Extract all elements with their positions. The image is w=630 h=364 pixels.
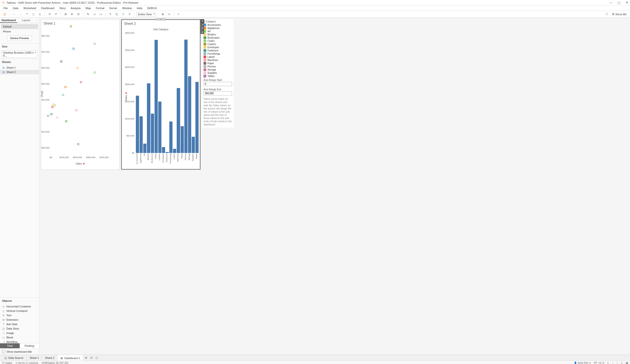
object-item[interactable]: ⊕Extension [0,318,39,322]
scatter-mark[interactable] [94,71,96,74]
menu-help[interactable]: Help [135,6,144,10]
legend-item[interactable]: Tables [202,74,234,78]
floating-button[interactable]: Floating [20,343,40,348]
object-item[interactable]: ⇢Workflow [0,340,39,343]
legend-item[interactable]: Machines [202,58,234,62]
bar-mark[interactable] [166,152,169,153]
scatter-mark[interactable] [94,43,96,45]
zone-menu-button[interactable]: ▾ [200,30,204,34]
legend-item[interactable]: Appliances [202,26,234,30]
bar-mark[interactable] [192,137,195,153]
legend-item[interactable]: Bookcases [202,36,234,39]
status-nav-next[interactable]: › [617,362,618,364]
object-item[interactable]: □Image [0,331,39,335]
new-data-button[interactable]: ⎘ [37,11,42,17]
highlight-button[interactable]: ✎ [108,11,113,17]
menu-story[interactable]: Story [57,6,68,10]
object-item[interactable]: ▯Vertical Container [0,309,39,313]
sheet-list-item-1[interactable]: ⊞Sheet 1 [0,65,39,70]
legend-item[interactable]: Copiers [202,42,234,46]
show-me-button[interactable]: ≣ Show Me [610,12,628,16]
goto-sheet-button[interactable]: ↗ [200,23,204,26]
bar-mark[interactable] [147,83,150,153]
data-guide-button[interactable]: ⬠ [604,11,610,17]
bar-mark[interactable] [169,121,172,153]
maximize-button[interactable]: ▢ [617,1,621,4]
scatter-mark[interactable] [64,86,67,88]
legend-item[interactable]: Paper [202,62,234,65]
scatter-mark[interactable] [52,106,54,108]
legend-item[interactable]: Binders [202,33,234,36]
legend-item[interactable]: Envelopes [202,46,234,49]
scatter-mark[interactable] [80,81,82,83]
close-window-button[interactable]: ✕ [625,1,628,4]
sort-desc-button[interactable]: ↑≡ [98,11,103,17]
device-preview-button[interactable]: Device Preview [7,35,32,41]
scatter-mark[interactable] [75,109,77,111]
size-select[interactable]: Desktop Browser (1000 x 8... [2,50,37,58]
bar-mark[interactable] [162,147,165,153]
new-worksheet-button[interactable]: ⊞ [63,11,68,17]
bar-mark[interactable] [136,96,139,153]
swap-button[interactable]: ⇅ [85,11,90,17]
share-button[interactable]: ∝ [176,11,181,17]
scatter-mark[interactable] [65,120,68,122]
refresh-button[interactable]: ⟲ [47,11,52,17]
legend-item[interactable]: Furnishings [202,52,234,55]
status-user[interactable]: 👤 Andy Kim ▾ [574,362,590,364]
data-source-tab[interactable]: ◫Data Source [2,355,26,361]
bar-mark[interactable] [188,76,191,153]
scatter-mark[interactable] [62,94,64,96]
new-dashboard-tab-button[interactable]: ⊟ [88,355,94,361]
presentation-button[interactable]: ▭ [166,11,172,17]
menu-map[interactable]: Map [84,6,93,10]
show-cards-button[interactable]: ⊞ [160,11,166,17]
scatter-mark[interactable] [72,47,74,50]
bar-mark[interactable] [196,82,198,153]
menu-analysis[interactable]: Analysis [69,6,83,10]
menu-file[interactable]: File [2,6,10,10]
legend-item[interactable]: Accessories [202,23,234,26]
sheet2-container[interactable]: ✕ ↗ ▽ ▾ Sheet 2 Sub-Category $0$50,000$1… [121,19,200,170]
menu-dashboard[interactable]: Dashboard [39,6,56,10]
scatter-mark[interactable] [76,67,79,69]
back-button[interactable]: ← [12,11,17,17]
clear-button[interactable]: ⊟ [76,11,81,17]
tiled-button[interactable]: Tiled [0,343,20,348]
status-nav-last[interactable]: ›| [621,362,622,364]
bar-mark[interactable] [143,144,146,153]
legend-item[interactable]: Art [202,30,234,33]
axis-start-input[interactable] [204,82,232,86]
object-item[interactable]: ▭Horizontal Container [0,304,39,309]
object-item[interactable]: ?Ask Data [0,322,39,326]
status-nav-prev[interactable]: ‹ [612,362,613,364]
group-button[interactable]: 📎 [114,11,119,17]
bar-mark[interactable] [181,126,184,153]
duplicate-button[interactable]: ⧉ [69,11,74,17]
undo-button[interactable]: ↶ [24,11,30,17]
sort-asc-button[interactable]: ↓≡ [92,11,97,17]
tableau-icon[interactable] [2,11,8,17]
menu-debug[interactable]: DEBUG [145,6,159,10]
minimize-button[interactable]: — [609,1,613,4]
scatter-mark[interactable] [77,143,79,145]
dashboard-canvas[interactable]: Sheet 1 -$20,000-$10,000$0$10,000$20,000… [40,18,630,355]
bar-mark[interactable] [184,39,188,153]
dashboard-tab[interactable]: Dashboard [0,18,18,23]
sheet1-container[interactable]: Sheet 1 -$20,000-$10,000$0$10,000$20,000… [41,19,120,170]
menu-data[interactable]: Data [11,6,20,10]
show-title-checkbox[interactable] [2,350,5,353]
menu-format[interactable]: Format [94,6,106,10]
legend-item[interactable]: Labels [202,55,234,58]
menu-server[interactable]: Server [107,6,119,10]
forward-button[interactable]: → [18,11,24,17]
bar-mark[interactable] [158,102,162,153]
legend-item[interactable]: Phones [202,65,234,68]
collapse-panel-button[interactable]: ‹ [35,18,39,23]
legend-item[interactable]: Chairs [202,39,234,42]
device-phone[interactable]: Phone [1,29,38,34]
scatter-mark[interactable] [56,117,58,119]
bar-mark[interactable] [177,88,180,153]
legend-item[interactable]: Supplies [202,71,234,74]
legend-item[interactable]: Fasteners [202,49,234,52]
